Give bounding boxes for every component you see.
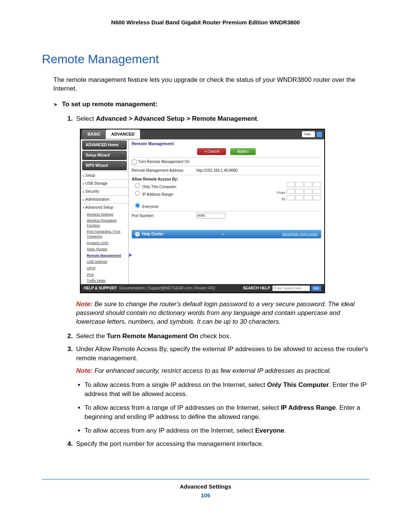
sidebar-sub-upnp[interactable]: UPnP <box>81 265 128 272</box>
refresh-icon[interactable] <box>317 132 322 137</box>
step-4-text: Specify the port number for accessing th… <box>76 440 263 447</box>
help-icon: ? <box>135 232 140 236</box>
radio-everyone-label: Everyone <box>142 204 158 209</box>
sidebar-sub-ddns[interactable]: Dynamic DNS <box>81 240 128 246</box>
sidebar-item-security[interactable]: Security <box>81 187 128 195</box>
sidebar-btn-setup-wizard[interactable]: Setup Wizard <box>82 151 127 160</box>
radio-only-this-label: Only This Computer: <box>142 185 177 189</box>
bullet-1-p1: To allow access from a single IP address… <box>84 381 267 388</box>
bullet-2-p1: To allow access from a range of IP addre… <box>84 404 281 411</box>
note-2: Note: For enhanced security, restrict ac… <box>76 367 369 375</box>
apply-button[interactable]: Apply <box>230 148 256 155</box>
step-1-prefix: Select <box>76 115 96 122</box>
show-hide-link[interactable]: Show/Hide Help Center <box>282 232 318 237</box>
note-2-label: Note: <box>76 367 92 374</box>
to-label: To <box>281 197 285 201</box>
from-label: From <box>277 191 285 195</box>
allow-label: Allow Remote Access By: <box>132 177 321 182</box>
chevron-right-icon: ➤ <box>53 101 58 107</box>
step-3: Under Allow Remote Access By, specify th… <box>75 345 369 435</box>
bullet-2-bold: IP Address Range <box>281 404 336 411</box>
step-4: Specify the port number for accessing th… <box>75 439 369 449</box>
turn-on-label: Turn Remote Management On <box>138 159 190 165</box>
sidebar-item-setup[interactable]: Setup <box>81 171 128 179</box>
sidebar: ADVANCED Home Setup Wizard WPS Wizard Se… <box>81 139 129 284</box>
router-bottom-bar: HELP & SUPPORT Documentation | Support@N… <box>81 284 324 293</box>
radio-only-this[interactable] <box>135 183 140 188</box>
addr-label: Remote Management Address: <box>132 168 196 173</box>
search-help-label: SEARCH HELP <box>243 286 270 291</box>
addr-value: http://192.168.1.40:8080 <box>196 168 321 173</box>
turn-on-checkbox[interactable] <box>132 160 137 165</box>
divider <box>132 157 321 158</box>
radio-range-label: IP Address Range: <box>142 192 174 197</box>
sidebar-sub-remote-mgmt[interactable]: Remote Management <box>81 252 128 259</box>
step-2-suffix: check box. <box>198 332 231 340</box>
note-1-text: Be sure to change the router's default l… <box>76 300 355 325</box>
sidebar-sub-wireless[interactable]: Wireless Settings <box>81 211 128 218</box>
sidebar-sub-ipv6[interactable]: IPv6 <box>81 272 128 278</box>
help-center-label: Help Center <box>142 232 163 237</box>
radio-everyone[interactable] <box>135 203 140 208</box>
bullet-3-p2: . <box>284 427 286 434</box>
sidebar-item-usb[interactable]: USB Storage <box>81 179 128 187</box>
sidebar-sub-traffic[interactable]: Traffic Meter <box>81 278 128 284</box>
step-3-text: Under Allow Remote Access By, specify th… <box>76 345 368 362</box>
note-1: Note: Be sure to change the router's def… <box>76 300 369 326</box>
help-center-bar[interactable]: ? Help Center ▲ Show/Hide Help Center <box>132 230 321 238</box>
help-support-label: HELP & SUPPORT <box>84 286 117 291</box>
page-number: 106 <box>42 492 369 498</box>
bullet-1-bold: Only This Computer <box>267 381 329 388</box>
sidebar-sub-repeating[interactable]: Wireless Repeating Function <box>81 217 128 228</box>
router-main: Remote Management Cancel Apply Turn Remo… <box>129 139 324 284</box>
task-heading-text: To set up remote management: <box>62 101 158 108</box>
language-select[interactable]: Auto <box>302 131 315 137</box>
bullet-3-bold: Everyone <box>255 427 285 434</box>
bullet-3: To allow access from any IP address on t… <box>84 426 369 435</box>
step-2-prefix: Select the <box>76 332 107 340</box>
step-1-bold: Advanced > Advanced Setup > Remote Manag… <box>96 115 257 122</box>
divider <box>132 175 321 175</box>
step-1-suffix: . <box>257 115 259 122</box>
section-title: Remote Management <box>42 52 369 66</box>
tab-advanced[interactable]: ADVANCED <box>106 129 140 139</box>
panel-title: Remote Management <box>132 141 321 147</box>
bullet-3-p1: To allow access from any IP address on t… <box>84 427 255 434</box>
caret-up-icon: ▲ <box>221 232 224 236</box>
sidebar-sub-portfwd[interactable]: Port Forwarding / Port Triggering <box>81 228 128 240</box>
step-1: Select Advanced > Advanced Setup > Remot… <box>75 114 369 326</box>
go-button[interactable]: GO <box>311 286 321 291</box>
sidebar-sub-static[interactable]: Static Routes <box>81 246 128 252</box>
router-top-bar: BASIC ADVANCED Auto <box>81 129 324 139</box>
task-heading: ➤ To set up remote management: <box>53 100 369 109</box>
bullet-2: To allow access from a range of IP addre… <box>84 403 369 422</box>
cancel-button[interactable]: Cancel <box>197 148 226 155</box>
port-input[interactable]: 8080 <box>196 213 225 219</box>
sidebar-item-advanced-setup[interactable]: Advanced Setup <box>81 203 128 211</box>
tab-basic[interactable]: BASIC <box>82 129 106 139</box>
radio-range[interactable] <box>135 191 140 196</box>
port-label: Port Number: <box>132 213 196 219</box>
note-2-text: For enhanced security, restrict access t… <box>92 367 331 374</box>
divider <box>132 166 321 166</box>
footer-rule <box>42 479 369 479</box>
sidebar-btn-wps-wizard[interactable]: WPS Wizard <box>82 161 127 170</box>
sidebar-item-admin[interactable]: Administration <box>81 195 128 203</box>
intro-paragraph: The remote management feature lets you u… <box>53 76 369 93</box>
sidebar-btn-home[interactable]: ADVANCED Home <box>82 141 127 150</box>
divider <box>132 211 321 211</box>
step-2-bold: Turn Remote Management On <box>107 332 198 340</box>
help-support-links[interactable]: Documentation | Support@NETGEAR.com | Ro… <box>119 286 215 291</box>
search-input[interactable]: Enter Search Item <box>272 286 310 291</box>
footer-section: Advanced Settings <box>42 483 369 490</box>
router-screenshot: BASIC ADVANCED Auto ADVANCED Home Setup … <box>80 129 369 294</box>
doc-header: N600 Wireless Dual Band Gigabit Router P… <box>42 19 369 26</box>
step-2: Select the Turn Remote Management On che… <box>75 332 369 341</box>
bullet-1: To allow access from a single IP address… <box>84 380 369 399</box>
sidebar-sub-usbset[interactable]: USB Settings <box>81 259 128 265</box>
note-1-label: Note: <box>76 300 92 308</box>
